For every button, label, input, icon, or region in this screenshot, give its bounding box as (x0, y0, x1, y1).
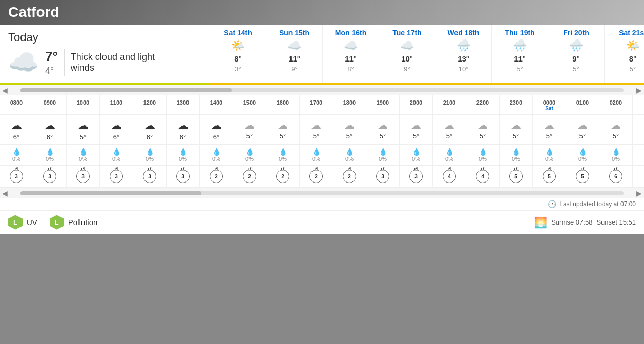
scroll-left-arrow-2[interactable]: ◀ (2, 189, 8, 197)
rain-percent: 0% (68, 156, 98, 162)
wind-arrow-icon: ↺ (580, 167, 585, 172)
hourly-temp: 5° (567, 132, 598, 140)
hourly-rain-cell: 💧 0% (200, 145, 233, 165)
scroll-right-arrow-2[interactable]: ▶ (636, 189, 642, 197)
rain-icon: 💧 (234, 148, 265, 156)
hourly-wind-cell: ↺ 2 (200, 166, 233, 187)
today-description: Thick cloud and light winds (71, 52, 173, 73)
wind-speed: 3 (381, 174, 384, 179)
rain-percent: 0% (101, 156, 132, 162)
wind-arrow-icon: ↺ (514, 167, 518, 172)
hourly-table: 0800090010001100120013001400150016001700… (0, 95, 644, 188)
hourly-time-cell: 0900 (33, 95, 67, 114)
hourly-temp: 5° (434, 132, 465, 140)
wind-arrow-icon: ↺ (14, 167, 18, 172)
today-temp-high: 7° (45, 49, 58, 65)
wind-circle: ↺ 3 (10, 170, 23, 183)
wind-arrow-icon: ↺ (48, 167, 52, 172)
wind-circle: ↺ 3 (376, 170, 389, 183)
wind-circle: ↺ 6 (609, 170, 622, 183)
rain-percent: 0% (567, 156, 598, 162)
forecast-day: Fri 20th 🌧️ 9° 5° (548, 25, 605, 83)
hourly-temp: 5° (401, 132, 431, 140)
hourly-wind-cell: ↺ 5 (533, 166, 566, 187)
forecast-day-name: Thu 19th (505, 29, 534, 37)
cloud-icon: ☁ (267, 119, 298, 131)
scroll-right-arrow[interactable]: ▶ (636, 86, 642, 94)
hourly-rain-cell: 💧 0% (133, 145, 167, 165)
rain-percent: 0% (134, 156, 165, 162)
today-panel: Today ☁️ 7° 4° Thick cloud and light win… (0, 25, 210, 85)
hourly-temp: 6° (34, 133, 65, 141)
forecast-day-icon: ☁️ (287, 39, 301, 52)
bottom-scrollbar[interactable]: ◀ ▶ (0, 188, 644, 198)
hourly-wind-cell: ↺ 5 (500, 166, 533, 187)
wind-circle: ↺ 3 (110, 170, 123, 183)
wind-circle: ↺ 2 (210, 170, 223, 183)
hourly-icon-cell: ☁ 5° (67, 115, 100, 144)
last-updated-text: Last updated today at 07:00 (559, 200, 636, 208)
rain-icon: 💧 (101, 148, 132, 156)
hourly-temp: 6° (101, 133, 132, 141)
forecast-day: Sun 15th ☁️ 11° 9° (266, 25, 323, 83)
hourly-temp: 5° (301, 132, 331, 140)
forecast-day: Wed 18th 🌧️ 13° 10° (435, 25, 492, 83)
scroll-left-arrow[interactable]: ◀ (2, 86, 8, 94)
rain-percent: 0% (267, 156, 298, 162)
hourly-rain-cell: 💧 0% (400, 145, 433, 165)
cloud-icon: ☁ (367, 119, 398, 131)
today-weather-icon: ☁️ (8, 48, 39, 77)
wind-speed: 3 (15, 174, 18, 179)
forecast-day-icon: 🌧️ (456, 39, 470, 52)
hourly-temp: 6° (1, 133, 32, 141)
rain-icon: 💧 (267, 148, 298, 156)
rain-percent: 0% (1, 156, 32, 162)
wind-arrow-icon: ↺ (314, 167, 318, 172)
hourly-icon-cell: ☁ 6° (133, 115, 167, 144)
hourly-time-cell: 2300 (500, 95, 533, 114)
hourly-rain-cell: 💧 0% (67, 145, 100, 165)
scrollbar-track[interactable] (20, 88, 624, 92)
forecast-day-name: Tue 17th (392, 29, 422, 37)
wind-arrow-icon: ↺ (181, 167, 185, 172)
forecast-day-icon: 🌤️ (626, 39, 640, 52)
uv-badge-item: L UV (8, 215, 37, 230)
wind-speed: 2 (315, 174, 318, 179)
rain-icon: 💧 (201, 148, 232, 156)
sunrise-icon: 🌅 (534, 216, 547, 229)
hourly-wind-cell: ↺ 3 (167, 166, 200, 187)
rain-icon: 💧 (168, 148, 198, 156)
rain-icon: 💧 (68, 148, 98, 156)
bottom-left: L UV L Pollution (8, 215, 97, 230)
hourly-rain-cell: 💧 0% (333, 145, 366, 165)
hourly-wind-cell: ↺ 6 (599, 166, 633, 187)
hourly-wind-cell: ↺ 4 (466, 166, 500, 187)
rain-percent: 0% (600, 156, 631, 162)
wind-arrow-icon: ↺ (614, 167, 618, 172)
uv-label: UV (27, 218, 37, 227)
hourly-time-cell: 1400 (200, 95, 233, 114)
hourly-rain-cell: 💧 0% (266, 145, 300, 165)
hourly-wind-cell: ↺ 4 (433, 166, 466, 187)
hourly-wind-cell: ↺ 3 (67, 166, 100, 187)
forecast-temp-high: 11° (345, 54, 357, 63)
forecast-day-icon: 🌧️ (513, 39, 527, 52)
rain-percent: 0% (334, 156, 365, 162)
top-scrollbar[interactable]: ◀ ▶ (0, 85, 644, 95)
forecast-temp-high: 8° (234, 54, 241, 63)
hourly-rain-cell: 💧 0% (167, 145, 200, 165)
forecast-day: Tue 17th ☁️ 10° 9° (379, 25, 435, 83)
scrollbar-track-2[interactable] (20, 191, 624, 195)
wind-speed: 5 (548, 174, 551, 179)
hourly-rain-cell: 💧 0% (100, 145, 133, 165)
hourly-temp: 5° (334, 132, 365, 140)
hourly-wind-cell: ↺ 3 (366, 166, 400, 187)
rain-percent: 0% (501, 156, 531, 162)
rain-icon: 💧 (600, 148, 631, 156)
forecast-day: Mon 16th ☁️ 11° 8° (323, 25, 379, 83)
forecast-temp-low: 9° (291, 65, 297, 73)
pollution-badge-item: L Pollution (50, 215, 98, 230)
cloud-icon: ☁ (534, 119, 565, 131)
wind-arrow-icon: ↺ (547, 167, 551, 172)
wind-circle: ↺ 2 (276, 170, 289, 183)
